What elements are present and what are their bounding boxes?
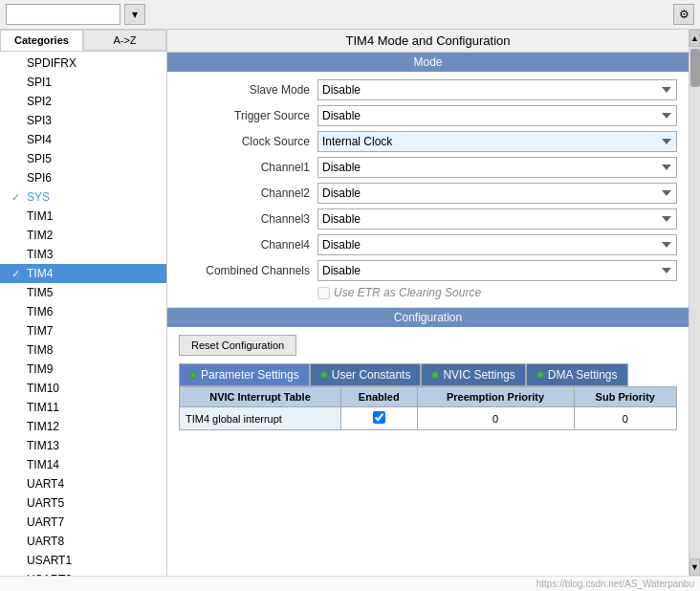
sidebar-item-label: SPI2 xyxy=(27,95,52,108)
config-tabs: Parameter SettingsUser ConstantsNVIC Set… xyxy=(179,363,677,386)
tab-label: NVIC Settings xyxy=(443,368,514,382)
sidebar-item-tim9[interactable]: TIM9 xyxy=(0,360,166,379)
tab-label: DMA Settings xyxy=(548,368,618,382)
nvic-col-nvic-interrupt-table: NVIC Interrupt Table xyxy=(180,387,341,407)
sidebar-item-tim3[interactable]: TIM3 xyxy=(0,245,166,264)
check-icon: ✓ xyxy=(11,191,23,204)
tab-dot-icon xyxy=(431,371,439,379)
sidebar-item-label: UART7 xyxy=(27,515,64,529)
field-label: Trigger Source xyxy=(179,109,317,122)
mode-row-channel4: Channel4 Disable xyxy=(179,234,677,255)
field-select-channel4[interactable]: Disable xyxy=(317,234,677,255)
sidebar-item-spi1[interactable]: SPI1 xyxy=(0,73,166,92)
sidebar-item-label: USART1 xyxy=(27,554,72,567)
nvic-enabled-cell[interactable] xyxy=(340,407,417,430)
config-tab-parameter[interactable]: Parameter Settings xyxy=(179,363,310,386)
sidebar-item-uart5[interactable]: UART5 xyxy=(0,493,166,513)
dropdown-arrow-icon: ▾ xyxy=(132,8,138,21)
sidebar-item-usart1[interactable]: USART1 xyxy=(0,551,166,570)
config-tab-nvic[interactable]: NVIC Settings xyxy=(421,363,525,386)
sidebar-item-tim7[interactable]: TIM7 xyxy=(0,321,166,340)
sidebar-item-tim10[interactable]: TIM10 xyxy=(0,379,166,398)
sidebar-item-tim6[interactable]: TIM6 xyxy=(0,302,166,321)
top-bar: ▾ ⚙ xyxy=(0,0,700,30)
search-dropdown-button[interactable]: ▾ xyxy=(124,4,145,25)
mode-row-channel1: Channel1 Disable xyxy=(179,157,677,178)
sidebar-item-tim4[interactable]: ✓TIM4 xyxy=(0,264,166,283)
mode-row-channel2: Channel2 Disable xyxy=(179,183,677,204)
sidebar-item-tim5[interactable]: TIM5 xyxy=(0,283,166,302)
sidebar-item-tim1[interactable]: TIM1 xyxy=(0,207,166,226)
sidebar-item-label: TIM8 xyxy=(27,343,53,357)
sidebar-item-spi2[interactable]: SPI2 xyxy=(0,92,166,111)
field-select-channel1[interactable]: Disable xyxy=(317,157,677,178)
mode-row-trigger-source: Trigger Source Disable xyxy=(179,105,677,126)
mode-row-channel3: Channel3 Disable xyxy=(179,208,677,230)
sidebar-item-label: TIM7 xyxy=(27,324,53,338)
mode-section-header: Mode xyxy=(167,53,689,72)
field-select-channel3[interactable]: Disable xyxy=(317,208,677,230)
sidebar-item-label: TIM5 xyxy=(27,286,53,299)
field-select-clock_source[interactable]: Internal Clock xyxy=(317,131,677,152)
nvic-col-enabled: Enabled xyxy=(340,387,417,407)
sidebar-item-sys[interactable]: ✓SYS xyxy=(0,187,166,207)
nvic-enabled-checkbox[interactable] xyxy=(373,411,385,424)
sidebar-item-label: TIM10 xyxy=(27,382,59,395)
sidebar-item-label: UART8 xyxy=(27,535,64,548)
nvic-interrupt-name: TIM4 global interrupt xyxy=(180,407,341,430)
etr-clearing-source-row: Use ETR as Clearing Source xyxy=(317,286,677,299)
config-tab-user-constants[interactable]: User Constants xyxy=(310,363,422,386)
field-select-combined_channels[interactable]: Disable xyxy=(317,260,677,281)
field-label: Clock Source xyxy=(179,135,317,148)
check-icon: ✓ xyxy=(11,268,23,280)
field-select-slave_mode[interactable]: Disable xyxy=(317,79,677,100)
sidebar-item-tim12[interactable]: TIM12 xyxy=(0,417,166,436)
sidebar-item-uart8[interactable]: UART8 xyxy=(0,532,166,551)
tab-categories[interactable]: Categories xyxy=(0,30,83,51)
search-input[interactable] xyxy=(6,4,120,25)
sidebar-item-spi6[interactable]: SPI6 xyxy=(0,168,166,187)
sidebar-tabs: Categories A->Z xyxy=(0,30,166,52)
nvic-col-preemption-priority: Preemption Priority xyxy=(417,387,574,407)
content-area: TIM4 Mode and Configuration Mode Slave M… xyxy=(167,30,689,576)
reset-configuration-button[interactable]: Reset Configuration xyxy=(179,335,296,356)
sidebar-item-tim2[interactable]: TIM2 xyxy=(0,226,166,245)
mode-row-combined-channels: Combined Channels Disable xyxy=(179,260,677,281)
scroll-down-arrow[interactable]: ▼ xyxy=(689,558,700,576)
sidebar: Categories A->Z SPDIFRXSPI1SPI2SPI3SPI4S… xyxy=(0,30,167,576)
gear-button[interactable]: ⚙ xyxy=(673,4,694,25)
scroll-up-arrow[interactable]: ▲ xyxy=(689,30,700,47)
tab-az[interactable]: A->Z xyxy=(83,30,166,51)
tab-dot-icon xyxy=(189,371,197,379)
config-tab-dma[interactable]: DMA Settings xyxy=(526,363,628,386)
sidebar-item-tim8[interactable]: TIM8 xyxy=(0,340,166,360)
table-row: TIM4 global interrupt00 xyxy=(180,407,677,430)
scroll-thumb[interactable] xyxy=(690,49,700,87)
sidebar-item-spi5[interactable]: SPI5 xyxy=(0,149,166,168)
field-label: Channel4 xyxy=(179,238,317,252)
nvic-col-sub-priority: Sub Priority xyxy=(574,387,676,407)
sidebar-item-uart7[interactable]: UART7 xyxy=(0,513,166,532)
right-scrollbar[interactable]: ▲ ▼ xyxy=(689,30,700,576)
sidebar-item-label: TIM9 xyxy=(27,362,53,376)
config-section: Reset Configuration Parameter SettingsUs… xyxy=(167,327,689,576)
sidebar-item-spi3[interactable]: SPI3 xyxy=(0,111,166,130)
field-select-channel2[interactable]: Disable xyxy=(317,183,677,204)
sidebar-item-tim13[interactable]: TIM13 xyxy=(0,436,166,455)
sidebar-item-uart4[interactable]: UART4 xyxy=(0,474,166,493)
etr-clearing-label: Use ETR as Clearing Source xyxy=(334,286,481,299)
sidebar-item-label: TIM12 xyxy=(27,420,59,433)
nvic-preemption-cell: 0 xyxy=(417,407,574,430)
sidebar-item-tim11[interactable]: TIM11 xyxy=(0,398,166,417)
tab-dot-icon xyxy=(320,371,328,379)
etr-clearing-checkbox[interactable] xyxy=(317,287,330,299)
sidebar-list[interactable]: SPDIFRXSPI1SPI2SPI3SPI4SPI5SPI6✓SYSTIM1T… xyxy=(0,52,166,576)
sidebar-item-spi4[interactable]: SPI4 xyxy=(0,130,166,149)
tab-label: Parameter Settings xyxy=(201,368,299,382)
sidebar-item-label: SYS xyxy=(27,190,50,204)
sidebar-item-label: SPDIFRX xyxy=(27,56,77,70)
field-select-trigger_source[interactable]: Disable xyxy=(317,105,677,126)
sidebar-item-tim14[interactable]: TIM14 xyxy=(0,455,166,474)
sidebar-item-spdifrx[interactable]: SPDIFRX xyxy=(0,54,166,73)
config-section-header: Configuration xyxy=(167,308,689,327)
